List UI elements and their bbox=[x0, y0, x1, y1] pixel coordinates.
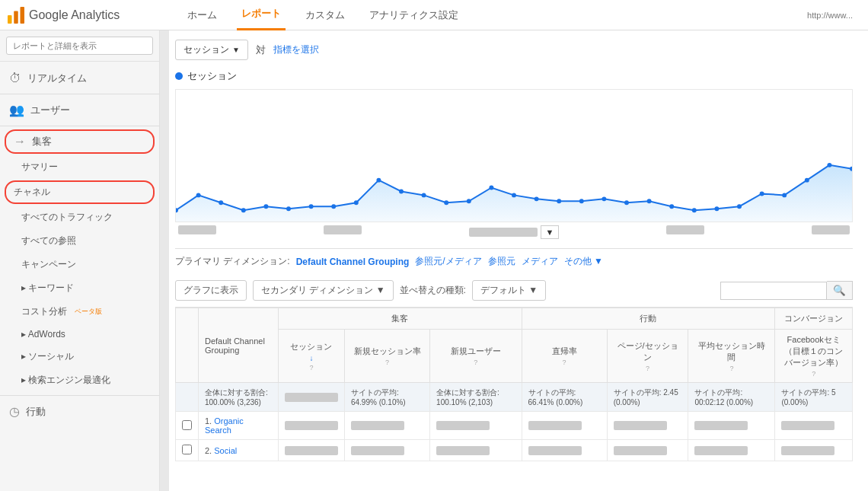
svg-point-31 bbox=[805, 178, 809, 183]
row1-channel: 1. Organic Search bbox=[199, 412, 279, 440]
row2-channel-link[interactable]: Social bbox=[214, 446, 237, 455]
chart-area: セッション bbox=[175, 69, 853, 239]
secondary-dim-dropdown[interactable]: セカンダリ ディメンション ▼ bbox=[253, 280, 394, 301]
chart-svg bbox=[176, 90, 852, 222]
sessions-sort-icon: ↓ bbox=[309, 354, 313, 362]
nav-custom[interactable]: カスタム bbox=[301, 1, 349, 30]
sidebar-item-channels[interactable]: チャネル bbox=[5, 180, 155, 204]
th-new-session-rate[interactable]: 新規セッション率 ? bbox=[344, 330, 429, 383]
sidebar-item-all-referrals[interactable]: すべての参照 bbox=[0, 229, 159, 253]
row2-fb: blurred bbox=[775, 440, 853, 461]
th-pages-per-session[interactable]: ページ/セッション ? bbox=[607, 330, 688, 383]
avg-sessions-cell: blurred bbox=[278, 383, 344, 412]
sidebar-resize-handle[interactable] bbox=[160, 30, 169, 491]
data-table: Default Channel Grouping 集客 行動 コンバージョン bbox=[175, 308, 853, 461]
svg-point-18 bbox=[512, 193, 516, 197]
dim-source-medium[interactable]: 参照元/メディア bbox=[415, 255, 481, 268]
sort-label: 並べ替えの種類: bbox=[400, 284, 466, 297]
dim-source[interactable]: 参照元 bbox=[488, 255, 515, 268]
dim-dcg[interactable]: Default Channel Grouping bbox=[296, 257, 410, 267]
sidebar-item-all-traffic[interactable]: すべてのトラフィック bbox=[0, 206, 159, 229]
sidebar-item-users[interactable]: 👥 ユーザー bbox=[0, 97, 159, 123]
ga-logo-icon bbox=[8, 7, 24, 24]
row2-sessions: blurred bbox=[278, 440, 344, 461]
row2-new-users: blurred bbox=[430, 440, 522, 461]
legend-label: セッション bbox=[187, 69, 237, 83]
app-container: Google Analytics ホーム レポート カスタム アナリティクス設定… bbox=[0, 0, 868, 491]
row2-duration: blurred bbox=[688, 440, 775, 461]
svg-rect-1 bbox=[14, 11, 18, 24]
content-inner: セッション ▼ 対 指標を選択 セッション bbox=[160, 30, 868, 470]
table-search-btn[interactable]: 🔍 bbox=[827, 281, 853, 300]
sidebar-label-acquisition: 集客 bbox=[32, 135, 52, 148]
sidebar-item-social[interactable]: ▸ ソーシャル bbox=[0, 345, 159, 368]
sidebar-label-realtime: リアルタイム bbox=[27, 72, 87, 85]
nav-report[interactable]: レポート bbox=[237, 0, 286, 30]
avg-bounce-cell: サイトの平均: 66.41% (0.00%) bbox=[522, 383, 607, 412]
sidebar-label-users: ユーザー bbox=[30, 104, 70, 117]
divider-3 bbox=[0, 395, 159, 396]
th-checkbox bbox=[176, 308, 199, 383]
sidebar-search-input[interactable] bbox=[6, 37, 153, 55]
th-fb-conversion[interactable]: Facebookセミ（目標１のコンバージョン率） ? bbox=[775, 330, 853, 383]
date-start: date bbox=[178, 225, 216, 234]
avg-new-session-cell: サイトの平均: 64.99% (0.10%) bbox=[344, 383, 429, 412]
sidebar-item-realtime[interactable]: ⏱ リアルタイム bbox=[0, 66, 159, 91]
sidebar: ⏱ リアルタイム 👥 ユーザー → 集客 サマリー bbox=[0, 30, 160, 491]
dim-medium[interactable]: メディア bbox=[522, 255, 558, 268]
sidebar-item-behavior[interactable]: ◷ 行動 bbox=[0, 399, 159, 424]
row1-checkbox[interactable] bbox=[176, 412, 199, 440]
svg-point-16 bbox=[467, 199, 471, 203]
svg-point-9 bbox=[309, 204, 314, 209]
sort-value: デフォルト ▼ bbox=[480, 284, 538, 297]
primary-metric-label: セッション bbox=[183, 43, 229, 56]
sidebar-item-seo[interactable]: ▸ 検索エンジン最適化 bbox=[0, 368, 159, 392]
chart-container[interactable] bbox=[175, 89, 853, 222]
sidebar-label-all-referrals: すべての参照 bbox=[21, 234, 76, 247]
row2-checkbox[interactable] bbox=[176, 440, 199, 461]
th-bounce-rate[interactable]: 直帰率 ? bbox=[522, 330, 607, 383]
th-new-users[interactable]: 新規ユーザー ? bbox=[430, 330, 522, 383]
sidebar-item-adwords[interactable]: ▸ AdWords bbox=[0, 324, 159, 345]
secondary-metric-btn[interactable]: 指標を選択 bbox=[273, 43, 319, 56]
graph-toggle-btn[interactable]: グラフに表示 bbox=[175, 280, 247, 301]
svg-point-4 bbox=[196, 193, 201, 197]
date-dropdown[interactable]: ▼ bbox=[541, 225, 560, 239]
table-row: 2. Social blurred blurred blurred blurre… bbox=[176, 440, 853, 461]
sidebar-nav: ⏱ リアルタイム 👥 ユーザー → 集客 サマリー bbox=[0, 62, 159, 429]
sidebar-item-campaigns[interactable]: キャンペーン bbox=[0, 253, 159, 276]
th-behavior: 行動 bbox=[522, 308, 775, 330]
users-icon: 👥 bbox=[9, 103, 24, 117]
th-avg-session-duration[interactable]: 平均セッション時間 ? bbox=[688, 330, 775, 383]
avg-label-cell: 全体に対する割合: 100.00% (3,236) bbox=[199, 383, 279, 412]
sidebar-item-cost-analysis[interactable]: コスト分析 ベータ版 bbox=[0, 300, 159, 324]
main-layout: ⏱ リアルタイム 👥 ユーザー → 集客 サマリー bbox=[0, 30, 868, 491]
acquisition-icon: → bbox=[14, 135, 26, 148]
sidebar-item-summary[interactable]: サマリー bbox=[0, 155, 159, 179]
svg-rect-2 bbox=[21, 7, 25, 24]
primary-metric-btn[interactable]: セッション ▼ bbox=[175, 40, 248, 60]
svg-point-21 bbox=[579, 199, 584, 203]
table-search-input[interactable] bbox=[720, 282, 827, 300]
sidebar-label-seo: ▸ 検索エンジン最適化 bbox=[21, 374, 110, 387]
table-controls: グラフに表示 セカンダリ ディメンション ▼ 並べ替えの種類: デフォルト ▼ … bbox=[175, 274, 853, 308]
sidebar-item-acquisition[interactable]: → 集客 bbox=[5, 129, 155, 154]
dim-other[interactable]: その他 ▼ bbox=[564, 255, 603, 268]
secondary-dim-label: セカンダリ ディメンション ▼ bbox=[261, 284, 385, 297]
nav-settings[interactable]: アナリティクス設定 bbox=[365, 1, 463, 30]
svg-point-8 bbox=[286, 206, 291, 211]
svg-point-10 bbox=[331, 204, 336, 209]
sort-dropdown[interactable]: デフォルト ▼ bbox=[472, 280, 546, 301]
svg-point-29 bbox=[760, 191, 764, 196]
date-mid1: date bbox=[324, 225, 362, 234]
row2-bounce: blurred bbox=[522, 440, 607, 461]
metric-selector-row: セッション ▼ 対 指標を選択 bbox=[175, 40, 853, 60]
svg-point-12 bbox=[376, 178, 381, 183]
row1-new-users: blurred bbox=[430, 412, 522, 440]
nav-home[interactable]: ホーム bbox=[183, 1, 222, 30]
avg-fb-cell: サイトの平均: 5 (0.00%) bbox=[775, 383, 853, 412]
sidebar-item-keywords[interactable]: ▸ キーワード bbox=[0, 276, 159, 300]
divider-2 bbox=[0, 126, 159, 126]
th-sessions[interactable]: セッション ↓ ? bbox=[278, 330, 344, 383]
avg-checkbox-cell bbox=[176, 383, 199, 412]
